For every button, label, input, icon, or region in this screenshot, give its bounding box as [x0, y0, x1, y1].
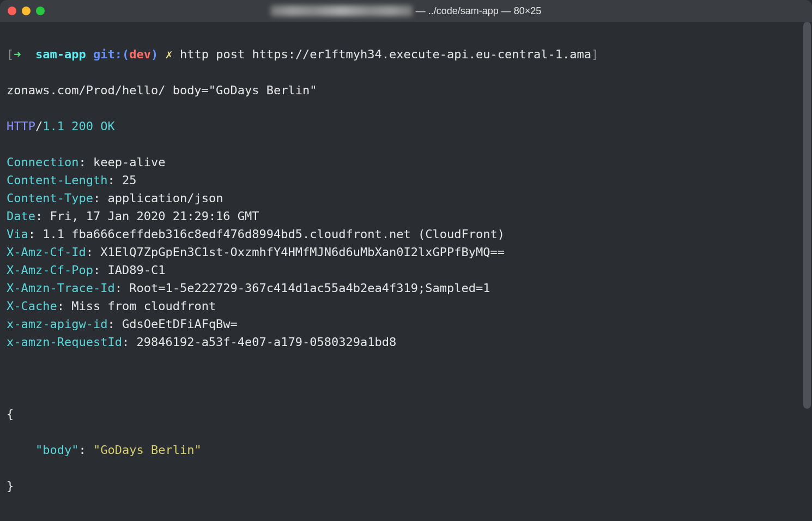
scrollbar-track[interactable] — [802, 22, 812, 521]
header-line: x-amz-apigw-id: GdsOeEtDFiAFqBw= — [7, 315, 805, 333]
json-close: } — [7, 477, 805, 495]
header-value: IAD89-C1 — [107, 263, 165, 277]
header-line: Date: Fri, 17 Jan 2020 21:29:16 GMT — [7, 207, 805, 225]
header-value: 29846192-a53f-4e07-a179-0580329a1bd8 — [136, 335, 396, 349]
json-open: { — [7, 405, 805, 423]
header-name: Connection — [7, 155, 78, 169]
json-key: "body" — [35, 443, 78, 457]
header-name: Via — [7, 227, 28, 241]
http-version: 1.1 — [43, 119, 64, 133]
minimize-window-button[interactable] — [22, 7, 31, 15]
prompt-line-1: [➜ sam-app git:(dev) ✗ http post https:/… — [7, 45, 805, 63]
json-body-line: "body": "GoDays Berlin" — [7, 441, 805, 459]
http-status-line: HTTP/1.1 200 OK — [7, 117, 805, 135]
header-name: x-amzn-RequestId — [7, 335, 122, 349]
git-branch: dev — [129, 47, 151, 61]
header-value: application/json — [107, 191, 223, 205]
title-blurred-portion — [271, 5, 413, 16]
header-line: X-Amz-Cf-Pop: IAD89-C1 — [7, 261, 805, 279]
window-title: — ../code/sam-app — 80×25 — [271, 4, 542, 19]
header-line: X-Cache: Miss from cloudfront — [7, 297, 805, 315]
git-close: ) — [151, 47, 158, 61]
header-line: Content-Length: 25 — [7, 171, 805, 189]
terminal-content[interactable]: [➜ sam-app git:(dev) ✗ http post https:/… — [0, 22, 812, 521]
command-wrap-line: zonaws.com/Prod/hello/ body="GoDays Berl… — [7, 81, 805, 99]
header-name: X-Amzn-Trace-Id — [7, 281, 115, 295]
header-line: x-amzn-RequestId: 29846192-a53f-4e07-a17… — [7, 333, 805, 351]
bracket-open: [ — [7, 47, 14, 61]
http-status-code: 200 — [71, 119, 93, 133]
http-protocol: HTTP — [7, 119, 35, 133]
header-line: X-Amz-Cf-Id: X1ElQ7ZpGpEn3C1st-OxzmhfY4H… — [7, 243, 805, 261]
header-value: X1ElQ7ZpGpEn3C1st-OxzmhfY4HMfMJN6d6uMbXa… — [100, 245, 505, 259]
header-name: Date — [7, 209, 35, 223]
header-name: X-Cache — [7, 299, 57, 313]
title-path: — ../code/sam-app — 80×25 — [416, 4, 542, 19]
header-line: Connection: keep-alive — [7, 153, 805, 171]
header-value: Root=1-5e222729-367c414d1ac55a4b2ea4f319… — [129, 281, 490, 295]
git-dirty-icon: ✗ — [165, 47, 172, 61]
blank-line-2 — [7, 513, 805, 521]
header-name: X-Amz-Cf-Id — [7, 245, 86, 259]
json-value: "GoDays Berlin" — [93, 443, 202, 457]
header-value: Miss from cloudfront — [71, 299, 216, 313]
json-colon: : — [78, 443, 86, 457]
header-value: 1.1 fba666ceffdeb316c8edf476d8994bd5.clo… — [43, 227, 505, 241]
header-line: X-Amzn-Trace-Id: Root=1-5e222729-367c414… — [7, 279, 805, 297]
header-value: 25 — [122, 173, 137, 187]
command-part2: zonaws.com/Prod/hello/ body="GoDays Berl… — [7, 83, 317, 97]
close-window-button[interactable] — [8, 7, 16, 15]
header-name: x-amz-apigw-id — [7, 317, 107, 331]
prompt-dir: sam-app — [35, 47, 86, 61]
traffic-lights — [8, 7, 45, 15]
slash: / — [35, 119, 43, 133]
scrollbar-thumb[interactable] — [803, 22, 811, 409]
prompt-arrow-icon: ➜ — [14, 47, 21, 61]
header-name: Content-Length — [7, 173, 107, 187]
git-label: git:( — [93, 47, 129, 61]
header-name: Content-Type — [7, 191, 93, 205]
blank-line — [7, 369, 805, 387]
titlebar: — ../code/sam-app — 80×25 — [0, 0, 812, 22]
bracket-close: ] — [591, 47, 598, 61]
header-line: Content-Type: application/json — [7, 189, 805, 207]
http-status-text: OK — [100, 119, 115, 133]
maximize-window-button[interactable] — [36, 7, 45, 15]
header-name: X-Amz-Cf-Pop — [7, 263, 93, 277]
header-value: keep-alive — [93, 155, 165, 169]
header-value: GdsOeEtDFiAFqBw= — [122, 317, 238, 331]
header-line: Via: 1.1 fba666ceffdeb316c8edf476d8994bd… — [7, 225, 805, 243]
header-value: Fri, 17 Jan 2020 21:29:16 GMT — [50, 209, 259, 223]
command-part1: http post https://er1ftmyh34.execute-api… — [180, 47, 591, 61]
